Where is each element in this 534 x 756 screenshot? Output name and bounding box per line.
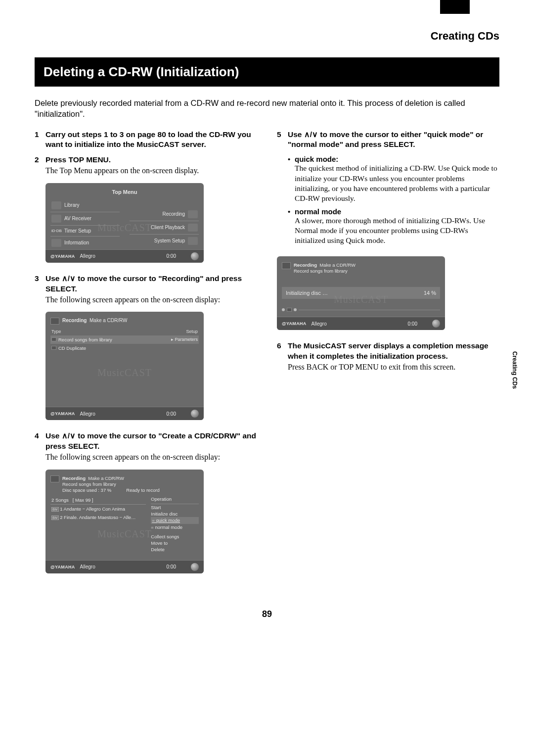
rec2-t3: Disc space used : 37 %: [62, 487, 111, 493]
footer-time: 0:00: [167, 253, 176, 259]
tm-info: Information: [64, 240, 89, 245]
tm-timer: Timer Setup: [64, 228, 91, 234]
tm-system: System Setup: [154, 238, 185, 243]
screenshot-create-cdr: Recording Make a CDR/RW Record songs fro…: [45, 470, 204, 573]
rec1-row1r: Parameters: [175, 337, 198, 342]
bm-badge: BM: [51, 516, 59, 520]
recording-icon: [188, 210, 198, 218]
rec2-t2: Record songs from library: [62, 481, 160, 487]
step-4: 4 Use ∧/∨ to move the cursor to "Create …: [35, 431, 257, 462]
top-black-tab: [440, 0, 470, 14]
footer-brand: @YAMAHA: [282, 321, 307, 326]
page-title: Deleting a CD-RW (Initialization): [35, 57, 499, 87]
step-2-num: 2: [35, 155, 45, 176]
step-1: 1 Carry out steps 1 to 3 on page 80 to l…: [35, 130, 257, 150]
dot-icon: [282, 308, 285, 311]
dot-icon: [294, 308, 297, 311]
normal-text: A slower, more thorough method of initia…: [295, 216, 499, 245]
op-init: Initialize disc: [151, 511, 199, 517]
op-collect: Collect songs: [151, 533, 199, 540]
rec1-setup-label: Setup: [186, 329, 198, 334]
rec1-type-label: Type: [51, 329, 61, 334]
footer-knob-icon: [191, 410, 199, 418]
client-icon: [188, 224, 198, 232]
step-4-pre: Use: [45, 431, 62, 440]
footer-knob-icon: [191, 563, 199, 571]
step-3-plain: The following screen appears on the on-s…: [45, 294, 257, 305]
disc-icon: [51, 346, 56, 350]
init-t1: Make a CDR/RW: [319, 262, 356, 268]
bullet-quick: • quick mode: The quickest method of ini…: [288, 155, 499, 203]
step-4-num: 4: [35, 431, 45, 462]
step-6: 6 The MusicCAST server displays a comple…: [277, 341, 499, 372]
rec2-r1n: 1: [60, 506, 62, 512]
rec-icon: [50, 475, 59, 482]
rec2-max: [ Max 99 ]: [73, 497, 93, 503]
intro-text: Delete previously recorded material from…: [35, 97, 499, 120]
quick-text: The quickest method of initializing a CD…: [295, 163, 499, 203]
footer-time: 0:00: [167, 564, 176, 569]
step-6-bold: The MusicCAST server displays a completi…: [288, 341, 499, 362]
footer-time: 0:00: [408, 321, 417, 327]
step-5: 5 Use ∧/∨ to move the cursor to either "…: [277, 130, 499, 150]
op-normal: = normal mode: [151, 524, 199, 530]
rec2-r2t: Finale. Andante Maestoso − Alle…: [64, 515, 136, 520]
up-down-arrows-icon: ∧/∨: [304, 130, 318, 139]
system-icon: [188, 237, 198, 245]
tm-recording: Recording: [162, 211, 185, 217]
footer-brand: @YAMAHA: [50, 565, 75, 569]
bm-badge: BM: [51, 507, 59, 512]
footer-track: Allegro: [80, 564, 95, 569]
footer-track: Allegro: [312, 321, 327, 327]
side-tab-label: Creating CDs: [511, 351, 518, 389]
init-progress-label: Initializing disc …: [286, 290, 328, 296]
init-t2: Record songs from library: [294, 268, 356, 274]
tm-client: Client Playback: [151, 225, 185, 230]
rec2-r1t: Andante − Allegro Con Anima: [64, 506, 125, 512]
step-3-num: 3: [35, 274, 45, 305]
rec2-ready: Ready to record: [126, 487, 160, 493]
step-3-pre: Use: [45, 274, 62, 283]
progress-bar: [299, 310, 440, 310]
step-2-plain: The Top Menu appears on the on-screen di…: [45, 165, 257, 176]
footer-knob-icon: [191, 252, 199, 260]
rec2-songs-n: 2: [51, 497, 54, 503]
footer-knob-icon: [432, 320, 440, 328]
rec2-crumb: Recording: [62, 475, 86, 481]
rec-icon: [282, 262, 291, 269]
footer-track: Allegro: [80, 253, 95, 259]
rec-icon: [50, 318, 59, 325]
op-delete: Delete: [151, 546, 199, 553]
section-header: Creating CDs: [35, 30, 499, 43]
up-down-arrows-icon: ∧/∨: [62, 431, 76, 440]
step-2: 2 Press TOP MENU. The Top Menu appears o…: [35, 155, 257, 176]
avreceiver-icon: [51, 215, 61, 223]
footer-track: Allegro: [80, 411, 95, 417]
library-icon: [51, 201, 61, 209]
op-move: Move to: [151, 540, 199, 546]
tm-library: Library: [64, 202, 80, 208]
bullet-normal: • normal mode A slower, more thorough me…: [288, 207, 499, 245]
info-icon: [51, 239, 61, 247]
op-start: Start: [151, 504, 199, 511]
screenshot-initializing: Recording Make a CDR/RW Record songs fro…: [277, 256, 445, 330]
rec1-title: Make a CDR/RW: [89, 318, 128, 323]
op-quick: = quick mode: [151, 517, 199, 523]
init-crumb: Recording: [294, 262, 317, 268]
step-3: 3 Use ∧/∨ to move the cursor to "Recordi…: [35, 274, 257, 305]
step-4-plain: The following screen appears on the on-s…: [45, 452, 257, 463]
tm-avreceiver: AV Receiver: [64, 216, 91, 221]
footer-time: 0:00: [167, 411, 176, 417]
step-1-num: 1: [35, 130, 45, 150]
quick-label: quick mode:: [295, 155, 499, 163]
disc-icon: [287, 308, 292, 312]
step-4-post: to move the cursor to "Create a CDR/CDRW…: [45, 431, 256, 450]
rec1-row2: CD Duplicate: [58, 345, 86, 351]
disc-icon: [51, 337, 56, 341]
step-5-num: 5: [277, 130, 288, 150]
screenshot-recording-type: Recording Make a CDR/RW TypeSetup Record…: [45, 312, 204, 420]
footer-brand: @YAMAHA: [50, 254, 75, 259]
page-number: 89: [35, 609, 499, 619]
rec1-row1: Record songs from library: [58, 337, 112, 342]
init-progress-pct: 14 %: [424, 290, 436, 296]
